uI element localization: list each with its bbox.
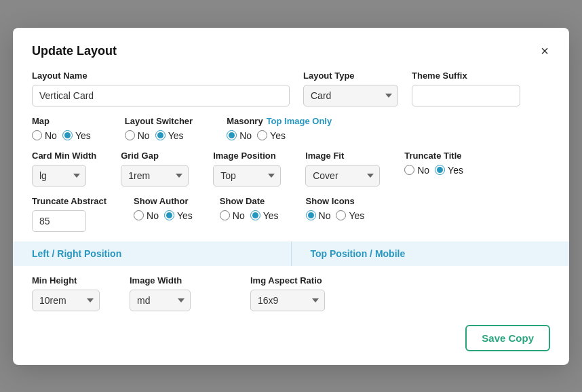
modal: Update Layout × Layout Name Layout Type … [13, 28, 569, 365]
layout-type-label: Layout Type [303, 71, 398, 81]
masonry-no-label[interactable]: No [227, 130, 252, 141]
truncate-abstract-group: Truncate Abstract [32, 196, 106, 232]
top-position-mobile-section: Top Position / Mobile [292, 241, 570, 266]
modal-title: Update Layout [32, 44, 117, 58]
row-layout-basics: Layout Name Layout Type Card List Grid M… [32, 71, 550, 106]
image-fit-label: Image Fit [305, 151, 380, 161]
map-label: Map [32, 116, 91, 126]
layout-type-group: Layout Type Card List Grid Masonry [303, 71, 398, 106]
modal-header: Update Layout × [32, 44, 550, 58]
row-card-settings: Card Min Width xssmmdlgxl Grid Gap 00.5r… [32, 151, 550, 187]
masonry-yes-radio[interactable] [257, 130, 267, 140]
show-icons-group: Show Icons No Yes [306, 196, 365, 221]
layout-switcher-yes-radio[interactable] [155, 130, 166, 140]
masonry-no-radio[interactable] [227, 130, 237, 140]
layout-switcher-radio-group: No Yes [125, 130, 193, 141]
layout-switcher-yes-label[interactable]: Yes [155, 130, 184, 141]
masonry-label-row: Masonry Top Image Only [227, 116, 332, 126]
show-date-group: Show Date No Yes [220, 196, 279, 221]
map-no-radio[interactable] [32, 130, 42, 140]
masonry-group: Masonry Top Image Only No Yes [227, 116, 332, 141]
image-width-label: Image Width [130, 275, 191, 286]
layout-switcher-no-label[interactable]: No [125, 130, 150, 141]
bottom-row: Min Height 5rem8rem10rem12rem15rem Image… [32, 275, 550, 311]
card-min-width-group: Card Min Width xssmmdlgxl [32, 151, 96, 187]
layout-name-input[interactable] [32, 85, 290, 106]
map-yes-label[interactable]: Yes [62, 130, 91, 141]
grid-gap-label: Grid Gap [121, 151, 189, 161]
grid-gap-group: Grid Gap 00.5rem1rem1.5rem2rem [121, 151, 189, 187]
image-position-label: Image Position [213, 151, 281, 161]
truncate-title-yes-radio[interactable] [435, 165, 445, 175]
truncate-title-yes-label[interactable]: Yes [435, 165, 463, 176]
image-width-select[interactable]: xssmmdlgxl [130, 290, 191, 311]
image-position-group: Image Position TopLeftRightBottom [213, 151, 281, 187]
show-icons-no-radio[interactable] [306, 210, 316, 220]
theme-suffix-label: Theme Suffix [412, 71, 520, 81]
card-min-width-label: Card Min Width [32, 151, 96, 161]
layout-switcher-label: Layout Switcher [125, 116, 193, 126]
show-author-yes-label[interactable]: Yes [164, 210, 193, 221]
show-date-yes-radio[interactable] [250, 210, 260, 220]
image-fit-group: Image Fit CoverContainFillNone [305, 151, 380, 187]
layout-switcher-group: Layout Switcher No Yes [125, 116, 193, 141]
show-icons-yes-label[interactable]: Yes [336, 210, 364, 221]
map-group: Map No Yes [32, 116, 91, 141]
left-right-position-section: Left / Right Position [13, 241, 292, 266]
map-radio-group: No Yes [32, 130, 91, 141]
min-height-select[interactable]: 5rem8rem10rem12rem15rem [32, 290, 100, 311]
show-author-yes-radio[interactable] [164, 210, 174, 220]
img-aspect-ratio-select[interactable]: 1x14x316x921x9 [250, 290, 325, 311]
show-author-no-radio[interactable] [134, 210, 144, 220]
layout-name-group: Layout Name [32, 71, 290, 106]
row-abstract-settings: Truncate Abstract Show Author No Yes [32, 196, 550, 232]
save-copy-button[interactable]: Save Copy [465, 325, 550, 351]
truncate-title-no-label[interactable]: No [404, 165, 429, 176]
truncate-title-label: Truncate Title [404, 151, 463, 161]
truncate-abstract-input[interactable] [32, 210, 86, 232]
truncate-title-group: Truncate Title No Yes [404, 151, 463, 176]
masonry-yes-label[interactable]: Yes [257, 130, 286, 141]
grid-gap-select[interactable]: 00.5rem1rem1.5rem2rem [121, 165, 189, 187]
modal-overlay: Update Layout × Layout Name Layout Type … [0, 0, 582, 392]
show-date-no-radio[interactable] [220, 210, 230, 220]
show-date-no-label[interactable]: No [220, 210, 245, 221]
image-position-select[interactable]: TopLeftRightBottom [213, 165, 281, 187]
show-author-label: Show Author [134, 196, 193, 206]
img-aspect-ratio-group: Img Aspect Ratio 1x14x316x921x9 [250, 275, 325, 311]
masonry-label: Masonry [227, 116, 263, 126]
section-divider: Left / Right Position Top Position / Mob… [13, 241, 569, 266]
layout-name-label: Layout Name [32, 71, 290, 81]
image-width-group: Image Width xssmmdlgxl [130, 275, 191, 311]
show-author-radio-group: No Yes [134, 210, 193, 221]
show-icons-radio-group: No Yes [306, 210, 365, 221]
card-min-width-select[interactable]: xssmmdlgxl [32, 165, 86, 187]
truncate-title-radio-group: No Yes [404, 165, 463, 176]
map-yes-radio[interactable] [62, 130, 73, 140]
show-author-group: Show Author No Yes [134, 196, 193, 221]
theme-suffix-input[interactable] [412, 85, 520, 106]
footer-row: Save Copy [32, 325, 550, 351]
show-icons-label: Show Icons [306, 196, 365, 206]
show-icons-no-label[interactable]: No [306, 210, 331, 221]
close-button[interactable]: × [539, 44, 550, 58]
min-height-label: Min Height [32, 275, 100, 286]
truncate-title-no-radio[interactable] [404, 165, 414, 175]
img-aspect-ratio-label: Img Aspect Ratio [250, 275, 325, 286]
image-fit-select[interactable]: CoverContainFillNone [305, 165, 380, 187]
show-icons-yes-radio[interactable] [336, 210, 346, 220]
show-author-no-label[interactable]: No [134, 210, 159, 221]
row-map-switcher: Map No Yes Layout Switcher [32, 116, 550, 141]
masonry-radio-group: No Yes [227, 130, 332, 141]
truncate-abstract-label: Truncate Abstract [32, 196, 106, 206]
masonry-link[interactable]: Top Image Only [267, 116, 332, 126]
show-date-yes-label[interactable]: Yes [250, 210, 279, 221]
layout-type-select[interactable]: Card List Grid Masonry [303, 85, 398, 106]
map-no-label[interactable]: No [32, 130, 57, 141]
show-date-radio-group: No Yes [220, 210, 279, 221]
min-height-group: Min Height 5rem8rem10rem12rem15rem [32, 275, 100, 311]
show-date-label: Show Date [220, 196, 279, 206]
theme-suffix-group: Theme Suffix [412, 71, 520, 106]
layout-switcher-no-radio[interactable] [125, 130, 135, 140]
